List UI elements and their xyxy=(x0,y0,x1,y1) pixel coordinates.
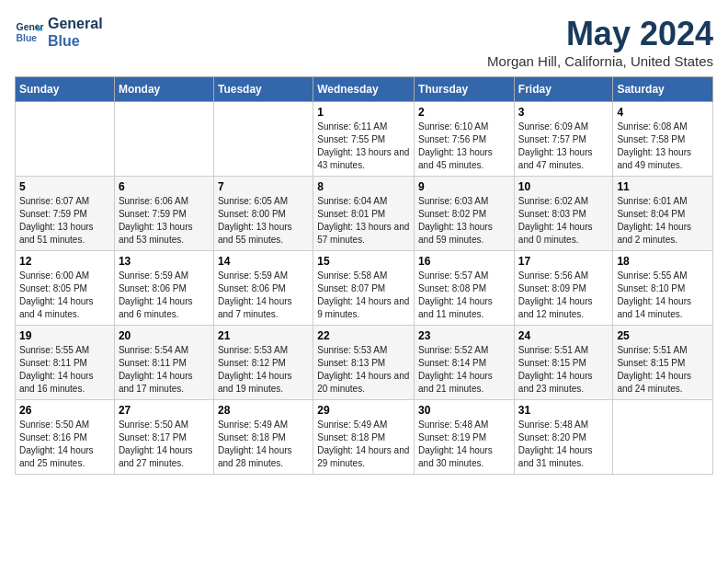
day-number: 29 xyxy=(317,404,410,417)
day-number: 4 xyxy=(617,106,709,119)
day-info: Sunrise: 5:48 AMSunset: 8:20 PMDaylight:… xyxy=(518,419,609,470)
day-number: 27 xyxy=(119,404,210,417)
title-block: May 2024 Morgan Hill, California, United… xyxy=(487,15,713,69)
calendar-cell: 12Sunrise: 6:00 AMSunset: 8:05 PMDayligh… xyxy=(16,251,115,326)
calendar-cell: 10Sunrise: 6:02 AMSunset: 8:03 PMDayligh… xyxy=(514,177,613,251)
calendar-cell: 30Sunrise: 5:48 AMSunset: 8:19 PMDayligh… xyxy=(415,400,515,475)
day-info: Sunrise: 5:51 AMSunset: 8:15 PMDaylight:… xyxy=(617,344,709,396)
day-info: Sunrise: 5:55 AMSunset: 8:11 PMDaylight:… xyxy=(19,344,110,396)
day-info: Sunrise: 6:07 AMSunset: 7:59 PMDaylight:… xyxy=(19,195,110,247)
calendar-cell: 6Sunrise: 6:06 AMSunset: 7:59 PMDaylight… xyxy=(114,177,213,251)
day-info: Sunrise: 5:54 AMSunset: 8:11 PMDaylight:… xyxy=(119,344,210,396)
calendar-cell: 2Sunrise: 6:10 AMSunset: 7:56 PMDaylight… xyxy=(415,102,515,177)
day-number: 20 xyxy=(119,329,210,342)
calendar-cell: 18Sunrise: 5:55 AMSunset: 8:10 PMDayligh… xyxy=(613,251,713,326)
calendar-cell: 29Sunrise: 5:49 AMSunset: 8:18 PMDayligh… xyxy=(313,400,415,475)
day-header-wednesday: Wednesday xyxy=(313,77,415,102)
calendar-week-row: 12Sunrise: 6:00 AMSunset: 8:05 PMDayligh… xyxy=(16,251,713,326)
day-number: 21 xyxy=(218,329,309,342)
day-info: Sunrise: 6:05 AMSunset: 8:00 PMDaylight:… xyxy=(218,195,309,247)
location: Morgan Hill, California, United States xyxy=(487,53,713,69)
day-info: Sunrise: 5:59 AMSunset: 8:06 PMDaylight:… xyxy=(119,270,210,321)
calendar-week-row: 26Sunrise: 5:50 AMSunset: 8:16 PMDayligh… xyxy=(16,400,713,475)
calendar-cell: 5Sunrise: 6:07 AMSunset: 7:59 PMDaylight… xyxy=(16,177,115,251)
logo-text: General Blue xyxy=(48,15,103,50)
page-header: General Blue General Blue May 2024 Morga… xyxy=(15,15,713,69)
day-header-thursday: Thursday xyxy=(415,77,515,102)
calendar-cell xyxy=(16,102,115,177)
day-info: Sunrise: 6:06 AMSunset: 7:59 PMDaylight:… xyxy=(119,195,210,247)
day-number: 23 xyxy=(418,329,510,342)
day-number: 8 xyxy=(317,180,410,193)
day-number: 5 xyxy=(19,180,110,193)
day-info: Sunrise: 5:50 AMSunset: 8:16 PMDaylight:… xyxy=(19,419,110,470)
day-info: Sunrise: 6:11 AMSunset: 7:55 PMDaylight:… xyxy=(317,121,410,172)
calendar-cell: 26Sunrise: 5:50 AMSunset: 8:16 PMDayligh… xyxy=(16,400,115,475)
day-header-tuesday: Tuesday xyxy=(213,77,313,102)
day-number: 18 xyxy=(617,255,709,268)
day-info: Sunrise: 5:53 AMSunset: 8:13 PMDaylight:… xyxy=(317,344,410,396)
day-number: 6 xyxy=(119,180,210,193)
day-number: 24 xyxy=(518,329,609,342)
day-info: Sunrise: 5:57 AMSunset: 8:08 PMDaylight:… xyxy=(418,270,510,321)
calendar-cell xyxy=(613,400,713,475)
day-header-saturday: Saturday xyxy=(613,77,713,102)
day-info: Sunrise: 5:56 AMSunset: 8:09 PMDaylight:… xyxy=(518,270,609,321)
calendar-cell: 28Sunrise: 5:49 AMSunset: 8:18 PMDayligh… xyxy=(213,400,313,475)
calendar-table: SundayMondayTuesdayWednesdayThursdayFrid… xyxy=(15,76,713,475)
calendar-cell: 11Sunrise: 6:01 AMSunset: 8:04 PMDayligh… xyxy=(613,177,713,251)
day-info: Sunrise: 5:51 AMSunset: 8:15 PMDaylight:… xyxy=(518,344,609,396)
calendar-cell: 22Sunrise: 5:53 AMSunset: 8:13 PMDayligh… xyxy=(313,326,415,400)
day-info: Sunrise: 5:49 AMSunset: 8:18 PMDaylight:… xyxy=(218,419,309,470)
day-number: 31 xyxy=(518,404,609,417)
day-info: Sunrise: 6:00 AMSunset: 8:05 PMDaylight:… xyxy=(19,270,110,321)
calendar-cell: 16Sunrise: 5:57 AMSunset: 8:08 PMDayligh… xyxy=(415,251,515,326)
calendar-cell: 25Sunrise: 5:51 AMSunset: 8:15 PMDayligh… xyxy=(613,326,713,400)
day-number: 13 xyxy=(119,255,210,268)
calendar-cell: 31Sunrise: 5:48 AMSunset: 8:20 PMDayligh… xyxy=(514,400,613,475)
calendar-week-row: 19Sunrise: 5:55 AMSunset: 8:11 PMDayligh… xyxy=(16,326,713,400)
day-header-friday: Friday xyxy=(514,77,613,102)
calendar-cell: 23Sunrise: 5:52 AMSunset: 8:14 PMDayligh… xyxy=(415,326,515,400)
day-number: 22 xyxy=(317,329,410,342)
day-number: 3 xyxy=(518,106,609,119)
calendar-cell: 4Sunrise: 6:08 AMSunset: 7:58 PMDaylight… xyxy=(613,102,713,177)
day-number: 26 xyxy=(19,404,110,417)
day-info: Sunrise: 5:49 AMSunset: 8:18 PMDaylight:… xyxy=(317,419,410,470)
day-header-sunday: Sunday xyxy=(16,77,115,102)
calendar-cell: 24Sunrise: 5:51 AMSunset: 8:15 PMDayligh… xyxy=(514,326,613,400)
day-number: 1 xyxy=(317,106,410,119)
calendar-week-row: 5Sunrise: 6:07 AMSunset: 7:59 PMDaylight… xyxy=(16,177,713,251)
calendar-cell: 9Sunrise: 6:03 AMSunset: 8:02 PMDaylight… xyxy=(415,177,515,251)
day-info: Sunrise: 5:58 AMSunset: 8:07 PMDaylight:… xyxy=(317,270,410,321)
calendar-cell: 14Sunrise: 5:59 AMSunset: 8:06 PMDayligh… xyxy=(213,251,313,326)
day-number: 7 xyxy=(218,180,309,193)
month-title: May 2024 xyxy=(487,15,713,53)
calendar-week-row: 1Sunrise: 6:11 AMSunset: 7:55 PMDaylight… xyxy=(16,102,713,177)
day-info: Sunrise: 6:08 AMSunset: 7:58 PMDaylight:… xyxy=(617,121,709,172)
calendar-cell: 19Sunrise: 5:55 AMSunset: 8:11 PMDayligh… xyxy=(16,326,115,400)
calendar-cell: 15Sunrise: 5:58 AMSunset: 8:07 PMDayligh… xyxy=(313,251,415,326)
day-info: Sunrise: 6:04 AMSunset: 8:01 PMDaylight:… xyxy=(317,195,410,247)
calendar-cell: 3Sunrise: 6:09 AMSunset: 7:57 PMDaylight… xyxy=(514,102,613,177)
day-info: Sunrise: 5:55 AMSunset: 8:10 PMDaylight:… xyxy=(617,270,709,321)
calendar-cell: 7Sunrise: 6:05 AMSunset: 8:00 PMDaylight… xyxy=(213,177,313,251)
calendar-cell: 17Sunrise: 5:56 AMSunset: 8:09 PMDayligh… xyxy=(514,251,613,326)
day-number: 25 xyxy=(617,329,709,342)
logo-icon: General Blue xyxy=(15,17,44,47)
day-number: 15 xyxy=(317,255,410,268)
day-number: 14 xyxy=(218,255,309,268)
day-info: Sunrise: 6:02 AMSunset: 8:03 PMDaylight:… xyxy=(518,195,609,247)
calendar-cell: 27Sunrise: 5:50 AMSunset: 8:17 PMDayligh… xyxy=(114,400,213,475)
calendar-header-row: SundayMondayTuesdayWednesdayThursdayFrid… xyxy=(16,77,713,102)
calendar-cell: 1Sunrise: 6:11 AMSunset: 7:55 PMDaylight… xyxy=(313,102,415,177)
day-number: 16 xyxy=(418,255,510,268)
calendar-cell: 20Sunrise: 5:54 AMSunset: 8:11 PMDayligh… xyxy=(114,326,213,400)
logo: General Blue General Blue xyxy=(15,15,103,50)
day-number: 10 xyxy=(518,180,609,193)
day-header-monday: Monday xyxy=(114,77,213,102)
day-info: Sunrise: 5:59 AMSunset: 8:06 PMDaylight:… xyxy=(218,270,309,321)
day-number: 30 xyxy=(418,404,510,417)
calendar-cell xyxy=(213,102,313,177)
day-info: Sunrise: 6:03 AMSunset: 8:02 PMDaylight:… xyxy=(418,195,510,247)
